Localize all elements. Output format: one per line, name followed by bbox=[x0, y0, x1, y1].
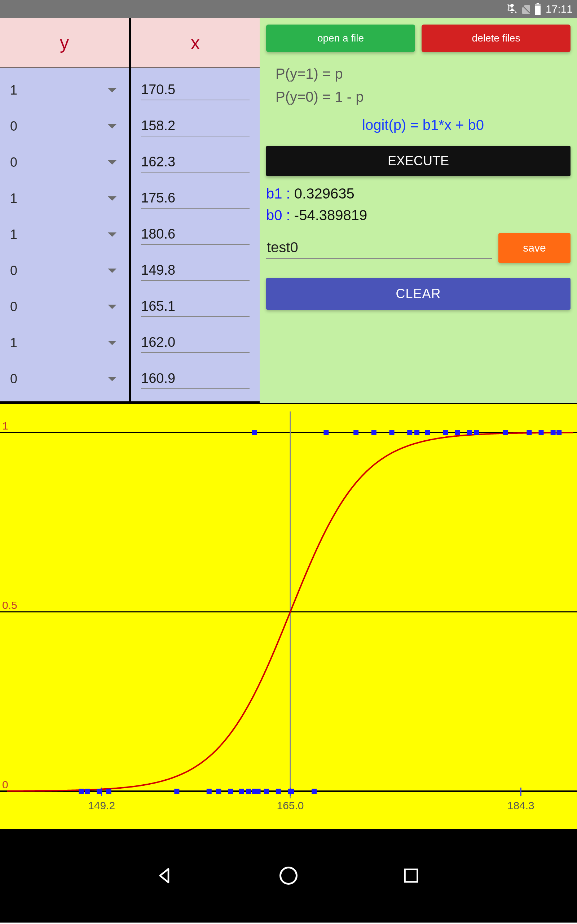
chevron-down-icon bbox=[108, 268, 116, 273]
execute-button[interactable]: EXECUTE bbox=[266, 146, 571, 176]
svg-rect-42 bbox=[246, 789, 251, 794]
chevron-down-icon bbox=[108, 88, 116, 92]
svg-rect-32 bbox=[556, 430, 561, 435]
y-select-row-4[interactable]: 1 bbox=[0, 216, 129, 253]
svg-rect-26 bbox=[467, 430, 472, 435]
filename-input[interactable] bbox=[266, 237, 492, 259]
nav-home-button[interactable] bbox=[274, 861, 303, 890]
chevron-down-icon bbox=[108, 233, 116, 237]
coef-b1: b1 : 0.329635 bbox=[266, 183, 571, 204]
y-select-row-2[interactable]: 0 bbox=[0, 144, 129, 181]
chevron-down-icon bbox=[108, 196, 116, 201]
equation-py1: P(y=1) = p bbox=[276, 62, 571, 85]
logistic-chart: 00.51149.2165.0184.3 bbox=[0, 404, 577, 829]
coef-b1-label: b1 : bbox=[266, 186, 294, 201]
y-select-row-8[interactable]: 0 bbox=[0, 361, 129, 397]
svg-rect-48 bbox=[289, 789, 294, 794]
x-input-row-4[interactable] bbox=[141, 225, 250, 245]
y-value: 0 bbox=[10, 119, 108, 134]
svg-rect-19 bbox=[371, 430, 377, 435]
coef-b0-label: b0 : bbox=[266, 207, 294, 223]
svg-rect-45 bbox=[264, 789, 269, 794]
svg-rect-40 bbox=[228, 789, 233, 794]
y-value: 1 bbox=[10, 82, 108, 98]
x-cell-row-5 bbox=[131, 253, 259, 289]
x-input-row-1[interactable] bbox=[141, 116, 250, 136]
svg-rect-38 bbox=[206, 789, 212, 794]
y-value: 0 bbox=[10, 263, 108, 278]
battery-icon bbox=[534, 3, 541, 15]
clear-button[interactable]: CLEAR bbox=[266, 278, 571, 310]
svg-rect-28 bbox=[503, 430, 508, 435]
coef-b1-value: 0.329635 bbox=[294, 186, 355, 201]
svg-rect-25 bbox=[455, 430, 460, 435]
x-cell-row-7 bbox=[131, 325, 259, 361]
x-cell-row-3 bbox=[131, 181, 259, 216]
svg-rect-35 bbox=[97, 789, 102, 794]
data-table: y x 100110010 bbox=[0, 18, 259, 403]
header-y: y bbox=[0, 18, 129, 68]
x-cell-row-2 bbox=[131, 144, 259, 181]
chevron-down-icon bbox=[108, 160, 116, 165]
svg-rect-39 bbox=[216, 789, 221, 794]
svg-text:1: 1 bbox=[2, 420, 8, 432]
svg-rect-44 bbox=[256, 789, 261, 794]
x-input-row-7[interactable] bbox=[141, 333, 250, 353]
y-select-row-0[interactable]: 1 bbox=[0, 72, 129, 108]
y-value: 0 bbox=[10, 299, 108, 314]
nav-recent-button[interactable] bbox=[397, 861, 425, 890]
status-time: 17:11 bbox=[546, 3, 573, 15]
control-panel: open a file delete files P(y=1) = p P(y=… bbox=[259, 18, 577, 403]
svg-rect-49 bbox=[311, 789, 317, 794]
status-bar: 17:11 bbox=[0, 0, 577, 18]
svg-rect-22 bbox=[414, 430, 419, 435]
svg-rect-31 bbox=[551, 430, 556, 435]
svg-rect-0 bbox=[537, 3, 539, 4]
chevron-down-icon bbox=[108, 124, 116, 129]
x-cell-row-4 bbox=[131, 216, 259, 253]
svg-rect-27 bbox=[474, 430, 479, 435]
chevron-down-icon bbox=[108, 341, 116, 345]
svg-rect-16 bbox=[252, 430, 257, 435]
svg-rect-30 bbox=[539, 430, 544, 435]
x-input-row-3[interactable] bbox=[141, 189, 250, 208]
delete-files-button[interactable]: delete files bbox=[422, 24, 571, 52]
x-cell-row-6 bbox=[131, 289, 259, 325]
equation-py0: P(y=0) = 1 - p bbox=[276, 85, 571, 108]
y-select-row-6[interactable]: 0 bbox=[0, 289, 129, 325]
y-value: 1 bbox=[10, 335, 108, 351]
svg-rect-41 bbox=[239, 789, 244, 794]
svg-text:0: 0 bbox=[2, 779, 8, 790]
svg-rect-17 bbox=[324, 430, 329, 435]
y-select-row-3[interactable]: 1 bbox=[0, 181, 129, 216]
svg-rect-33 bbox=[79, 789, 84, 794]
y-select-row-1[interactable]: 0 bbox=[0, 108, 129, 144]
nav-back-button[interactable] bbox=[152, 861, 180, 890]
android-navbar bbox=[0, 829, 577, 922]
svg-rect-46 bbox=[276, 789, 281, 794]
svg-rect-37 bbox=[174, 789, 179, 794]
svg-text:149.2: 149.2 bbox=[88, 800, 115, 811]
svg-rect-36 bbox=[106, 789, 111, 794]
x-input-row-2[interactable] bbox=[141, 153, 250, 173]
svg-rect-21 bbox=[407, 430, 412, 435]
y-select-row-7[interactable]: 1 bbox=[0, 325, 129, 361]
coef-b0: b0 : -54.389819 bbox=[266, 204, 571, 226]
open-file-button[interactable]: open a file bbox=[266, 24, 415, 52]
y-value: 1 bbox=[10, 191, 108, 206]
save-button[interactable]: save bbox=[498, 233, 571, 263]
chart-svg: 00.51149.2165.0184.3 bbox=[0, 404, 577, 829]
equation-logit: logit(p) = b1*x + b0 bbox=[276, 113, 571, 136]
svg-rect-51 bbox=[405, 869, 417, 882]
x-input-row-5[interactable] bbox=[141, 261, 250, 281]
mute-icon bbox=[506, 3, 517, 15]
x-input-row-8[interactable] bbox=[141, 369, 250, 389]
svg-rect-23 bbox=[425, 430, 430, 435]
x-input-row-0[interactable] bbox=[141, 81, 250, 100]
y-value: 0 bbox=[10, 155, 108, 170]
y-select-row-5[interactable]: 0 bbox=[0, 253, 129, 289]
svg-rect-20 bbox=[390, 430, 395, 435]
table-header-row: y x bbox=[0, 18, 259, 68]
x-input-row-6[interactable] bbox=[141, 297, 250, 317]
svg-text:184.3: 184.3 bbox=[508, 800, 534, 811]
